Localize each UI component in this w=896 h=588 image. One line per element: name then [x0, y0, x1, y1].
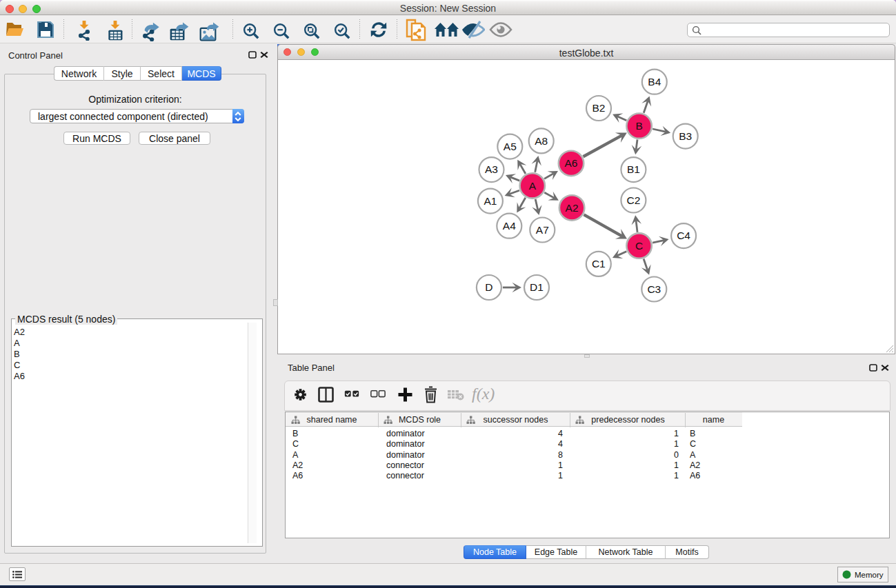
- svg-text:A5: A5: [504, 141, 517, 152]
- svg-text:A3: A3: [485, 163, 498, 175]
- svg-text:B4: B4: [648, 76, 661, 88]
- svg-text:A: A: [529, 180, 537, 192]
- svg-text:B: B: [635, 120, 642, 132]
- svg-text:A6: A6: [565, 157, 578, 169]
- svg-text:C3: C3: [647, 283, 661, 295]
- svg-text:A2: A2: [566, 202, 579, 214]
- svg-text:B3: B3: [679, 130, 692, 142]
- svg-text:D: D: [485, 281, 492, 293]
- svg-text:A1: A1: [484, 195, 497, 207]
- svg-text:C1: C1: [592, 258, 606, 270]
- svg-text:A8: A8: [535, 135, 548, 147]
- svg-text:D1: D1: [530, 281, 544, 293]
- svg-text:A7: A7: [536, 224, 549, 236]
- svg-text:A4: A4: [503, 220, 516, 232]
- svg-text:C: C: [635, 240, 643, 252]
- svg-text:B2: B2: [593, 102, 606, 114]
- svg-text:C2: C2: [626, 194, 640, 206]
- svg-text:C4: C4: [677, 230, 690, 241]
- svg-text:B1: B1: [627, 163, 640, 175]
